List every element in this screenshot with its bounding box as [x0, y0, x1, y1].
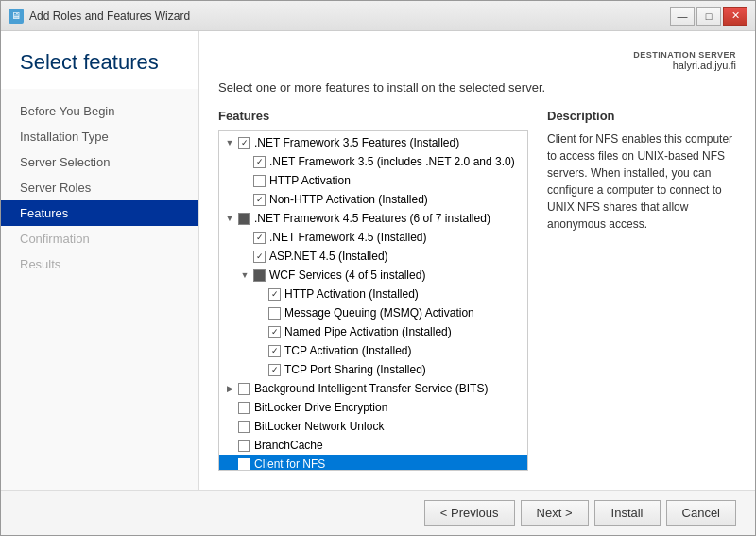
- server-info: DESTINATION SERVER halyri.ad.jyu.fi: [218, 50, 736, 71]
- list-item[interactable]: HTTP Activation (Installed): [219, 285, 527, 303]
- item-label: Message Queuing (MSMQ) Activation: [284, 306, 474, 320]
- item-label: Client for NFS: [254, 458, 325, 470]
- list-item[interactable]: Message Queuing (MSMQ) Activation: [219, 303, 527, 322]
- sidebar-item-results: Results: [1, 251, 198, 277]
- server-label: DESTINATION SERVER: [218, 50, 736, 60]
- list-item[interactable]: HTTP Activation: [219, 171, 527, 190]
- item-label: .NET Framework 4.5 Features (6 of 7 inst…: [254, 212, 490, 225]
- item-label: TCP Port Sharing (Installed): [284, 363, 426, 376]
- description-body: Client for NFS enables this computer to …: [547, 130, 736, 233]
- item-label: TCP Activation (Installed): [284, 344, 412, 357]
- list-item[interactable]: BranchCache: [219, 436, 527, 455]
- next-button[interactable]: Next >: [521, 500, 589, 526]
- item-label: ASP.NET 4.5 (Installed): [269, 250, 388, 263]
- checkbox[interactable]: [268, 345, 281, 357]
- expand-icon[interactable]: [223, 382, 236, 395]
- checkbox[interactable]: [253, 175, 266, 187]
- sidebar-item-features[interactable]: Features: [1, 200, 198, 226]
- list-item[interactable]: Named Pipe Activation (Installed): [219, 322, 527, 341]
- previous-button[interactable]: < Previous: [424, 500, 515, 526]
- nav-items: Before You Begin Installation Type Serve…: [1, 89, 198, 286]
- features-column: Features .NET Framework 3.5 Features (In…: [218, 109, 528, 471]
- item-label: .NET Framework 4.5 (Installed): [269, 231, 427, 244]
- expand-icon[interactable]: [223, 212, 236, 225]
- sidebar-item-installation-type[interactable]: Installation Type: [1, 124, 198, 149]
- expand-icon[interactable]: [238, 268, 251, 282]
- close-button[interactable]: ✕: [723, 7, 747, 26]
- item-label: BitLocker Drive Encryption: [254, 401, 387, 414]
- install-button[interactable]: Install: [594, 500, 661, 526]
- list-item[interactable]: BitLocker Drive Encryption: [219, 398, 527, 417]
- list-item[interactable]: Background Intelligent Transfer Service …: [219, 379, 527, 398]
- server-value: halyri.ad.jyu.fi: [218, 60, 736, 71]
- two-column-layout: Features .NET Framework 3.5 Features (In…: [218, 109, 736, 471]
- main-panel: DESTINATION SERVER halyri.ad.jyu.fi Sele…: [199, 31, 755, 490]
- list-item[interactable]: WCF Services (4 of 5 installed): [219, 266, 527, 285]
- checkbox[interactable]: [268, 307, 281, 320]
- list-item[interactable]: ASP.NET 4.5 (Installed): [219, 247, 527, 266]
- checkbox[interactable]: [238, 137, 250, 149]
- minimize-button[interactable]: —: [670, 7, 695, 26]
- list-item[interactable]: .NET Framework 3.5 (includes .NET 2.0 an…: [219, 152, 527, 171]
- checkbox[interactable]: [238, 440, 250, 452]
- checkbox[interactable]: [268, 288, 281, 301]
- app-icon: 🖥: [9, 9, 24, 24]
- list-item[interactable]: TCP Port Sharing (Installed): [219, 360, 527, 379]
- sidebar-item-confirmation: Confirmation: [1, 226, 198, 251]
- left-panel: Select features Before You Begin Install…: [1, 31, 199, 490]
- content-area: Select features Before You Begin Install…: [1, 31, 755, 490]
- list-item[interactable]: .NET Framework 4.5 (Installed): [219, 228, 527, 247]
- checkbox[interactable]: [253, 269, 266, 282]
- item-label: HTTP Activation (Installed): [284, 287, 419, 301]
- checkbox[interactable]: [253, 194, 266, 206]
- item-label: .NET Framework 3.5 Features (Installed): [254, 136, 459, 149]
- maximize-button[interactable]: □: [696, 7, 721, 26]
- item-label: Non-HTTP Activation (Installed): [269, 193, 428, 206]
- footer: < Previous Next > Install Cancel: [1, 490, 755, 535]
- item-label: WCF Services (4 of 5 installed): [269, 268, 425, 282]
- checkbox[interactable]: [238, 402, 250, 414]
- item-label: HTTP Activation: [269, 174, 351, 187]
- checkbox[interactable]: [268, 326, 281, 338]
- page-title: Select features: [20, 50, 180, 75]
- checkbox[interactable]: [253, 251, 266, 263]
- checkbox[interactable]: [238, 458, 250, 471]
- features-list-container: .NET Framework 3.5 Features (Installed) …: [218, 130, 528, 471]
- list-item[interactable]: BitLocker Network Unlock: [219, 417, 527, 436]
- cancel-button[interactable]: Cancel: [666, 500, 736, 526]
- window-title: Add Roles and Features Wizard: [29, 9, 190, 23]
- item-label: Background Intelligent Transfer Service …: [254, 382, 488, 395]
- list-item[interactable]: Client for NFS: [219, 455, 527, 470]
- description-column: Description Client for NFS enables this …: [547, 109, 736, 471]
- sidebar-item-server-roles[interactable]: Server Roles: [1, 175, 198, 200]
- titlebar-left: 🖥 Add Roles and Features Wizard: [9, 9, 190, 24]
- list-item[interactable]: .NET Framework 3.5 Features (Installed): [219, 133, 527, 152]
- features-list[interactable]: .NET Framework 3.5 Features (Installed) …: [219, 131, 527, 470]
- description-header: Description: [547, 109, 736, 123]
- titlebar-controls: — □ ✕: [670, 7, 747, 26]
- features-header: Features: [218, 109, 528, 123]
- description-text: Select one or more features to install o…: [218, 80, 736, 95]
- page-title-section: Select features: [1, 31, 198, 89]
- main-window: 🖥 Add Roles and Features Wizard — □ ✕ Se…: [0, 0, 756, 536]
- list-item[interactable]: Non-HTTP Activation (Installed): [219, 190, 527, 209]
- sidebar-item-server-selection[interactable]: Server Selection: [1, 149, 198, 175]
- item-label: Named Pipe Activation (Installed): [284, 325, 452, 338]
- list-item[interactable]: TCP Activation (Installed): [219, 341, 527, 360]
- checkbox[interactable]: [253, 232, 266, 244]
- titlebar: 🖥 Add Roles and Features Wizard — □ ✕: [1, 1, 755, 31]
- item-label: BranchCache: [254, 439, 323, 452]
- item-label: .NET Framework 3.5 (includes .NET 2.0 an…: [269, 155, 515, 168]
- checkbox[interactable]: [238, 383, 250, 395]
- checkbox[interactable]: [268, 364, 281, 376]
- expand-icon[interactable]: [223, 136, 236, 149]
- checkbox[interactable]: [238, 213, 250, 225]
- item-label: BitLocker Network Unlock: [254, 420, 384, 433]
- checkbox[interactable]: [238, 421, 250, 433]
- checkbox[interactable]: [253, 156, 266, 168]
- list-item[interactable]: .NET Framework 4.5 Features (6 of 7 inst…: [219, 209, 527, 228]
- sidebar-item-before-you-begin[interactable]: Before You Begin: [1, 98, 198, 124]
